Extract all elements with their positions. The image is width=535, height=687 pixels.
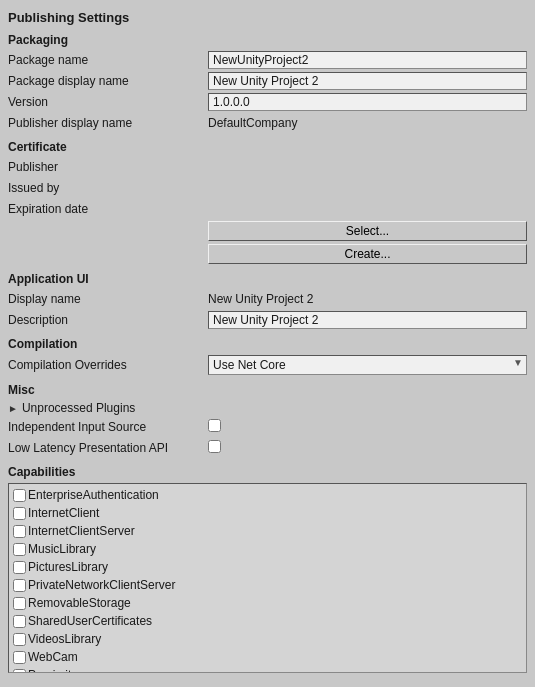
capabilities-section-title: Capabilities [8, 465, 527, 479]
capability-checkbox[interactable] [13, 489, 26, 502]
version-row: Version [8, 93, 527, 111]
capability-label: Proximity [28, 668, 77, 673]
description-row: Description [8, 311, 527, 329]
version-input-wrapper [208, 93, 527, 111]
package-name-input[interactable] [208, 51, 527, 69]
display-name-label: Display name [8, 292, 208, 306]
package-display-name-row: Package display name [8, 72, 527, 90]
compilation-section-title: Compilation [8, 337, 527, 351]
version-label: Version [8, 95, 208, 109]
capability-label: EnterpriseAuthentication [28, 488, 159, 502]
capability-label: RemovableStorage [28, 596, 131, 610]
capability-checkbox[interactable] [13, 507, 26, 520]
capability-checkbox[interactable] [13, 669, 26, 674]
package-name-input-wrapper [208, 51, 527, 69]
low-latency-row: Low Latency Presentation API [8, 439, 527, 457]
capability-checkbox[interactable] [13, 633, 26, 646]
capability-item: PrivateNetworkClientServer [13, 576, 522, 594]
low-latency-checkbox[interactable] [208, 440, 221, 453]
capability-label: PicturesLibrary [28, 560, 108, 574]
capability-item: VideosLibrary [13, 630, 522, 648]
package-display-name-input[interactable] [208, 72, 527, 90]
independent-input-label: Independent Input Source [8, 420, 208, 434]
capability-checkbox[interactable] [13, 651, 26, 664]
page-title: Publishing Settings [8, 10, 527, 25]
packaging-section-title: Packaging [8, 33, 527, 47]
capability-checkbox[interactable] [13, 615, 26, 628]
capability-checkbox[interactable] [13, 543, 26, 556]
misc-section-title: Misc [8, 383, 527, 397]
issued-by-row: Issued by [8, 179, 527, 197]
publisher-display-name-value: DefaultCompany [208, 116, 527, 130]
capability-label: PrivateNetworkClientServer [28, 578, 175, 592]
publisher-display-name-label: Publisher display name [8, 116, 208, 130]
capability-checkbox[interactable] [13, 561, 26, 574]
package-display-name-input-wrapper [208, 72, 527, 90]
capability-label: MusicLibrary [28, 542, 96, 556]
compilation-overrides-select-wrapper: Use Net Core .NET Standard 2.0 .NET 4.x [208, 355, 527, 375]
capability-item: InternetClientServer [13, 522, 522, 540]
version-input[interactable] [208, 93, 527, 111]
capability-item: MusicLibrary [13, 540, 522, 558]
publisher-row: Publisher [8, 158, 527, 176]
capability-label: InternetClientServer [28, 524, 135, 538]
capability-label: WebCam [28, 650, 78, 664]
publisher-label: Publisher [8, 160, 208, 174]
description-label: Description [8, 313, 208, 327]
capability-item: PicturesLibrary [13, 558, 522, 576]
unprocessed-plugins-row: ► Unprocessed Plugins [8, 401, 527, 415]
package-name-label: Package name [8, 53, 208, 67]
low-latency-label: Low Latency Presentation API [8, 441, 208, 455]
unprocessed-plugins-label: Unprocessed Plugins [22, 401, 135, 415]
publishing-settings-panel: Publishing Settings Packaging Package na… [0, 0, 535, 679]
capability-checkbox[interactable] [13, 579, 26, 592]
package-display-name-label: Package display name [8, 74, 208, 88]
capability-label: InternetClient [28, 506, 99, 520]
issued-by-label: Issued by [8, 181, 208, 195]
description-input-wrapper [208, 311, 527, 329]
package-name-row: Package name [8, 51, 527, 69]
expiration-date-label: Expiration date [8, 202, 208, 216]
publisher-display-name-row: Publisher display name DefaultCompany [8, 114, 527, 132]
unprocessed-plugins-triangle-icon: ► [8, 403, 18, 414]
capability-item: WebCam [13, 648, 522, 666]
independent-input-checkbox[interactable] [208, 419, 221, 432]
capability-checkbox[interactable] [13, 597, 26, 610]
description-input[interactable] [208, 311, 527, 329]
select-button[interactable]: Select... [208, 221, 527, 241]
compilation-overrides-select[interactable]: Use Net Core .NET Standard 2.0 .NET 4.x [208, 355, 527, 375]
create-button-row: Create... [8, 244, 527, 264]
capability-label: VideosLibrary [28, 632, 101, 646]
independent-input-checkbox-wrapper [208, 419, 527, 435]
expiration-date-row: Expiration date [8, 200, 527, 218]
compilation-overrides-label: Compilation Overrides [8, 358, 208, 372]
capability-checkbox[interactable] [13, 525, 26, 538]
capability-label: SharedUserCertificates [28, 614, 152, 628]
capability-item: Proximity [13, 666, 522, 673]
compilation-overrides-row: Compilation Overrides Use Net Core .NET … [8, 355, 527, 375]
application-ui-section-title: Application UI [8, 272, 527, 286]
low-latency-checkbox-wrapper [208, 440, 527, 456]
capability-item: EnterpriseAuthentication [13, 486, 522, 504]
independent-input-row: Independent Input Source [8, 418, 527, 436]
capability-item: RemovableStorage [13, 594, 522, 612]
select-button-row: Select... [8, 221, 527, 241]
display-name-value: New Unity Project 2 [208, 292, 527, 306]
create-button[interactable]: Create... [208, 244, 527, 264]
capability-item: InternetClient [13, 504, 522, 522]
capabilities-list[interactable]: EnterpriseAuthenticationInternetClientIn… [8, 483, 527, 673]
certificate-section-title: Certificate [8, 140, 527, 154]
capability-item: SharedUserCertificates [13, 612, 522, 630]
display-name-row: Display name New Unity Project 2 [8, 290, 527, 308]
